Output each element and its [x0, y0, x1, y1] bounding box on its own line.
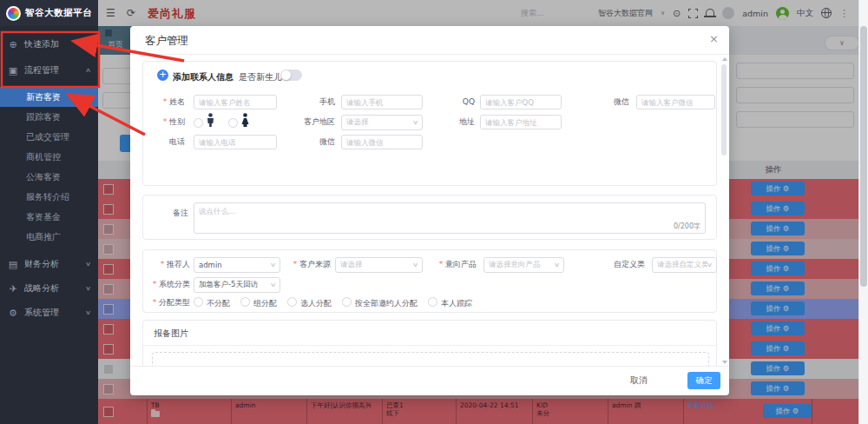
modal-footer: 取消 确定 — [130, 366, 729, 395]
remark-card: 备注 0/200字 — [142, 195, 717, 240]
scroll-up-icon[interactable] — [722, 57, 727, 61]
sidebar-item-new-leads[interactable]: 新咨客资 — [0, 87, 98, 107]
remark-textarea[interactable] — [194, 202, 706, 234]
custom-class-select[interactable]: 请选择自定义类 ∨ — [652, 257, 717, 273]
upload-card-title: 报备图片 — [154, 328, 188, 340]
gender-male-radio[interactable] — [194, 118, 203, 128]
camera-icon: ▣ — [8, 65, 18, 76]
plane-icon: ✈ — [8, 283, 18, 295]
qq-input[interactable] — [480, 95, 562, 109]
source-select[interactable]: 请选择 ∨ — [335, 257, 423, 273]
chevron-down-icon: ∨ — [412, 119, 419, 126]
custom-class-label: 自定义类 — [598, 257, 645, 272]
referrer-select[interactable]: admin ∨ — [194, 257, 280, 273]
product-select[interactable]: 请选择意向产品 ∨ — [483, 257, 564, 273]
sidebar-item-referral[interactable]: 服务转介绍 — [0, 187, 98, 207]
sidebar-item-quick-add[interactable]: ⊕ 快速添加 — [0, 31, 98, 57]
modal-scrollbar[interactable] — [721, 57, 727, 364]
radio-icon — [287, 297, 297, 307]
scroll-down-icon[interactable] — [722, 361, 727, 364]
sidebar-item-label: 系统管理 — [24, 307, 59, 319]
address-input[interactable] — [480, 115, 562, 129]
qq-label: QQ — [431, 95, 475, 109]
scrollbar-thumb[interactable] — [860, 26, 867, 287]
add-contact-icon[interactable]: + — [157, 70, 168, 81]
sidebar-item-lead-fund[interactable]: 客资基金 — [0, 207, 98, 227]
divider — [143, 345, 716, 346]
sidebar-item-opportunity-control[interactable]: 商机管控 — [0, 147, 98, 167]
name-label: 姓名 — [143, 95, 185, 109]
sidebar-item-finance-analysis[interactable]: ▤ 财务分析 ∨ — [0, 252, 98, 276]
upload-card: 报备图片 — [142, 320, 717, 367]
sidebar-submenu: 新咨客资 跟踪客资 已成交管理 商机管控 公海客资 服务转介绍 客资基金 电商推… — [0, 87, 98, 247]
chevron-down-icon: ∨ — [554, 262, 561, 268]
sidebar-item-strategy-analysis[interactable]: ✈ 战略分析 ∨ — [0, 276, 98, 301]
phone-input[interactable] — [194, 135, 277, 149]
newborn-label: 是否新生儿 — [239, 71, 282, 83]
chevron-down-icon: ∨ — [85, 309, 91, 316]
radio-all-inviters[interactable]: 按全部邀约人分配 — [342, 297, 418, 309]
chevron-down-icon: ∨ — [270, 262, 277, 268]
mobile-label: 手机 — [292, 95, 335, 109]
phone-label: 电话 — [143, 135, 185, 149]
chart-icon: ▤ — [8, 259, 18, 270]
sidebar: 智谷大数据平台 ⊕ 快速添加 ▣ 流程管理 ∧ 新咨客资 跟踪客资 已成交管理 … — [0, 0, 98, 424]
page-scrollbar[interactable] — [858, 0, 868, 424]
confirm-button[interactable]: 确定 — [687, 372, 720, 389]
region-select[interactable]: 请选择 ∨ — [341, 115, 423, 130]
radio-self-follow[interactable]: 本人跟踪 — [428, 297, 472, 309]
close-icon[interactable]: × — [709, 32, 719, 45]
newborn-toggle[interactable] — [280, 70, 302, 81]
wechat2-label: 微信 — [292, 135, 335, 149]
radio-icon — [240, 297, 250, 307]
cancel-button[interactable]: 取消 — [625, 374, 653, 388]
product-label: 意向产品 — [423, 257, 477, 272]
brand-logo-icon — [6, 6, 21, 21]
contact-card-title: 添加联系人信息 — [173, 71, 233, 83]
sidebar-item-label: 财务分析 — [24, 258, 59, 270]
customer-modal: 客户管理 × + 添加联系人信息 是否新生儿 姓名 手机 QQ 微信 性别 — [130, 26, 729, 395]
sys-class-select[interactable]: 加急客户-5天回访 ∨ — [194, 277, 280, 293]
chevron-down-icon: ∨ — [85, 261, 91, 268]
mobile-input[interactable] — [341, 95, 423, 109]
gender-label: 性别 — [143, 115, 185, 129]
modal-scroll-thumb[interactable] — [721, 64, 727, 156]
chevron-down-icon: ∨ — [412, 262, 419, 268]
sidebar-item-label: 战略分析 — [24, 282, 59, 295]
wechat2-input[interactable] — [341, 135, 423, 149]
modal-body: + 添加联系人信息 是否新生儿 姓名 手机 QQ 微信 性别 — [130, 54, 729, 367]
sidebar-item-follow-leads[interactable]: 跟踪客资 — [0, 107, 98, 127]
address-label: 地址 — [431, 115, 475, 129]
radio-no-assign[interactable]: 不分配 — [194, 297, 230, 309]
region-label: 客户地区 — [281, 115, 335, 129]
brand-name: 智谷大数据平台 — [25, 7, 92, 19]
contact-card: + 添加联系人信息 是否新生儿 姓名 手机 QQ 微信 性别 — [142, 61, 717, 186]
assign-type-label: 分配类型 — [143, 295, 190, 310]
sidebar-item-ecommerce[interactable]: 电商推广 — [0, 227, 98, 247]
sidebar-item-closed-deals[interactable]: 已成交管理 — [0, 127, 98, 147]
sidebar-item-process-mgmt[interactable]: ▣ 流程管理 ∧ — [0, 57, 98, 83]
wechat-label: 微信 — [586, 95, 629, 109]
wechat-input[interactable] — [636, 95, 715, 109]
app-root: 智谷大数据平台 ⊕ 快速添加 ▣ 流程管理 ∧ 新咨客资 跟踪客资 已成交管理 … — [0, 0, 868, 424]
remark-label: 备注 — [147, 206, 188, 221]
radio-group-assign[interactable]: 组分配 — [240, 297, 277, 309]
sys-class-label: 系统分类 — [143, 277, 190, 292]
radio-pick-person[interactable]: 选人分配 — [287, 297, 332, 309]
man-icon — [206, 113, 215, 128]
referrer-label: 推荐人 — [143, 257, 190, 272]
assignment-card: 推荐人 admin ∨ 客户来源 请选择 ∨ 意向产品 请选择意向产品 ∨ 自定… — [142, 249, 717, 313]
source-label: 客户来源 — [280, 257, 331, 272]
gender-female-radio[interactable] — [228, 118, 238, 128]
radio-icon — [194, 297, 203, 307]
modal-title: 客户管理 — [145, 34, 188, 49]
assign-type-radio-group: 不分配 组分配 选人分配 按全部邀约人分配 本人跟踪 — [194, 295, 472, 310]
sidebar-item-system-mgmt[interactable]: ⚙ 系统管理 ∨ — [0, 301, 98, 325]
modal-header: 客户管理 × — [130, 26, 729, 55]
image-upload-dropzone[interactable] — [152, 352, 709, 367]
chevron-down-icon: ∨ — [85, 285, 91, 292]
plus-circle-icon: ⊕ — [8, 39, 18, 50]
name-input[interactable] — [194, 95, 277, 109]
sidebar-item-public-pool[interactable]: 公海客资 — [0, 167, 98, 187]
sidebar-item-label: 流程管理 — [24, 64, 59, 76]
